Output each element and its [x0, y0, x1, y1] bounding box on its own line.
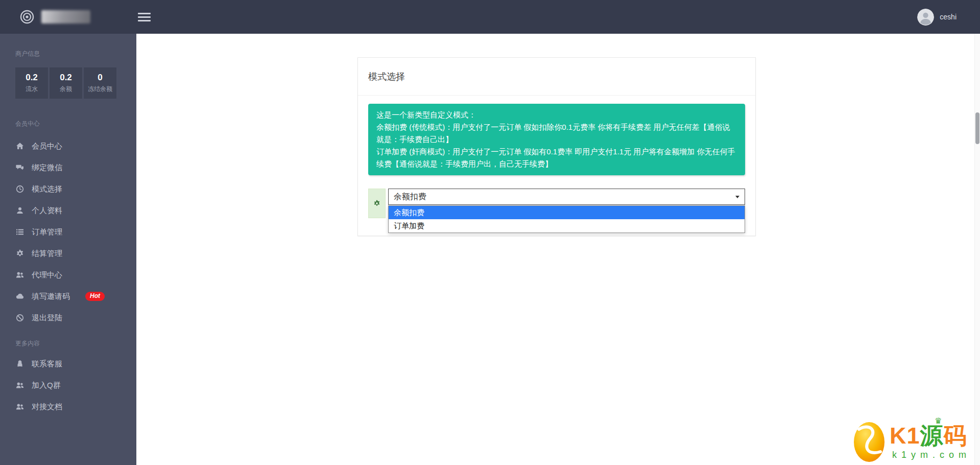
comments-icon	[15, 164, 25, 172]
stat-balance: 0.2 余额	[50, 67, 82, 99]
page-title: 模式选择	[368, 71, 405, 83]
watermark-ma: 码	[944, 424, 967, 448]
mode-select-dropdown: 余额扣费 订单加费	[388, 205, 745, 233]
watermark-text: K1 源 码 ♛ k1ym.com	[890, 424, 971, 460]
list-icon	[15, 228, 25, 236]
brand-logo-blurred	[41, 10, 90, 24]
bullseye-icon	[19, 9, 35, 25]
users-icon	[15, 381, 25, 389]
home-icon	[15, 142, 25, 150]
sidebar-item-label: 订单管理	[32, 227, 62, 237]
stat-label: 余额	[54, 85, 78, 94]
users-icon	[15, 403, 25, 411]
sidebar-item-label: 填写邀请码	[32, 292, 70, 301]
option-balance-deduct[interactable]: 余额扣费	[389, 206, 745, 219]
stat-value: 0.2	[54, 73, 78, 83]
sidebar-item-label: 个人资料	[32, 206, 62, 216]
select-addon	[368, 189, 386, 218]
card-header: 模式选择	[358, 58, 755, 96]
sidebar-item-agent-center[interactable]: 代理中心	[15, 264, 136, 286]
stat-label: 流水	[19, 85, 44, 94]
sidebar-item-label: 代理中心	[32, 270, 62, 280]
stat-frozen-balance: 0 冻结余额	[84, 67, 116, 99]
option-order-surcharge[interactable]: 订单加费	[389, 219, 745, 232]
clock-icon	[15, 185, 25, 193]
chevron-down-icon	[735, 196, 739, 198]
notice-line: 这是一个新类型自定义模式：	[376, 109, 737, 121]
sidebar-section-merchant-info: 商户信息	[15, 50, 136, 57]
sidebar-item-logout[interactable]: 退出登陆	[15, 307, 136, 329]
avatar[interactable]	[917, 9, 934, 26]
sidebar-item-label: 对接文档	[32, 402, 62, 412]
watermark-k1: K1	[890, 424, 920, 448]
sidebar-menu: 会员中心 绑定微信 模式选择 个人资料 订单管理	[15, 135, 136, 329]
sidebar-item-label: 模式选择	[32, 184, 62, 194]
sidebar-section-member-center: 会员中心	[15, 120, 136, 127]
stat-value: 0	[88, 73, 112, 83]
sidebar-item-label: 退出登陆	[32, 313, 62, 323]
user-icon	[15, 206, 25, 215]
sidebar-item-join-qq-group[interactable]: 加入Q群	[15, 375, 136, 396]
watermark-yuan: 源	[920, 424, 944, 448]
sidebar-item-mode-select[interactable]: 模式选择	[15, 178, 136, 200]
brand	[0, 9, 129, 25]
ban-icon	[15, 314, 25, 322]
sidebar-item-invite-code[interactable]: 填写邀请码 Hot	[15, 286, 136, 307]
stat-turnover: 0.2 流水	[15, 67, 48, 99]
topbar: ceshi	[0, 0, 980, 34]
sidebar-item-member-center[interactable]: 会员中心	[15, 135, 136, 157]
sidebar-item-label: 绑定微信	[32, 163, 62, 173]
sidebar-item-settlement[interactable]: 结算管理	[15, 243, 136, 264]
mode-select-wrap: 余额扣费 余额扣费 订单加费	[388, 189, 745, 205]
site-watermark: K1 源 码 ♛ k1ym.com	[853, 421, 971, 463]
mode-select[interactable]: 余额扣费	[388, 189, 745, 205]
sidebar: 商户信息 0.2 流水 0.2 余额 0 冻结余额 会员中心 会员中心 绑定微信	[0, 34, 136, 465]
sidebar-item-contact-support[interactable]: 联系客服	[15, 353, 136, 375]
hot-badge: Hot	[85, 292, 105, 301]
users-icon	[15, 271, 25, 279]
mode-select-row: 余额扣费 余额扣费 订单加费	[368, 189, 745, 218]
qq-icon	[15, 360, 25, 368]
merchant-stats: 0.2 流水 0.2 余额 0 冻结余额	[15, 67, 136, 99]
scrollbar-thumb[interactable]	[975, 112, 979, 144]
mode-select-card: 模式选择 这是一个新类型自定义模式： 余额扣费 (传统模式)：用户支付了一元订单…	[357, 57, 756, 236]
watermark-domain: k1ym.com	[890, 450, 971, 460]
username[interactable]: ceshi	[940, 13, 957, 21]
sidebar-item-api-docs[interactable]: 对接文档	[15, 396, 136, 417]
stat-label: 冻结余额	[88, 85, 112, 94]
hamburger-icon[interactable]	[136, 10, 153, 25]
watermark-title: K1 源 码 ♛	[890, 424, 971, 448]
notice-line: 余额扣费 (传统模式)：用户支付了一元订单 假如扣除你0.1元费率 你将有手续费…	[376, 121, 737, 146]
sidebar-menu-more: 联系客服 加入Q群 对接文档	[15, 353, 136, 417]
user-menu[interactable]: ceshi	[917, 9, 957, 26]
gear-icon	[373, 200, 380, 207]
stat-value: 0.2	[19, 73, 44, 83]
cogs-icon	[15, 249, 25, 258]
card-body: 这是一个新类型自定义模式： 余额扣费 (传统模式)：用户支付了一元订单 假如扣除…	[358, 96, 755, 236]
sidebar-item-orders[interactable]: 订单管理	[15, 221, 136, 243]
scrollbar-track[interactable]	[974, 34, 980, 465]
sidebar-item-label: 会员中心	[32, 142, 62, 151]
cloud-icon	[15, 292, 25, 300]
sidebar-section-more: 更多内容	[15, 340, 136, 347]
crown-icon: ♛	[935, 417, 942, 426]
k1-egg-logo-icon	[853, 421, 886, 463]
main-content: 模式选择 这是一个新类型自定义模式： 余额扣费 (传统模式)：用户支付了一元订单…	[136, 34, 980, 465]
sidebar-item-bind-wechat[interactable]: 绑定微信	[15, 157, 136, 178]
sidebar-item-label: 加入Q群	[32, 381, 61, 390]
mode-select-value: 余额扣费	[394, 192, 426, 202]
notice-line: 订单加费 (奸商模式)：用户支付了一元订单 假如有0.1费率 即用户支付1.1元…	[376, 146, 737, 170]
mode-description-notice: 这是一个新类型自定义模式： 余额扣费 (传统模式)：用户支付了一元订单 假如扣除…	[368, 104, 745, 175]
sidebar-item-label: 结算管理	[32, 249, 62, 259]
sidebar-item-label: 联系客服	[32, 359, 62, 369]
sidebar-item-profile[interactable]: 个人资料	[15, 200, 136, 221]
